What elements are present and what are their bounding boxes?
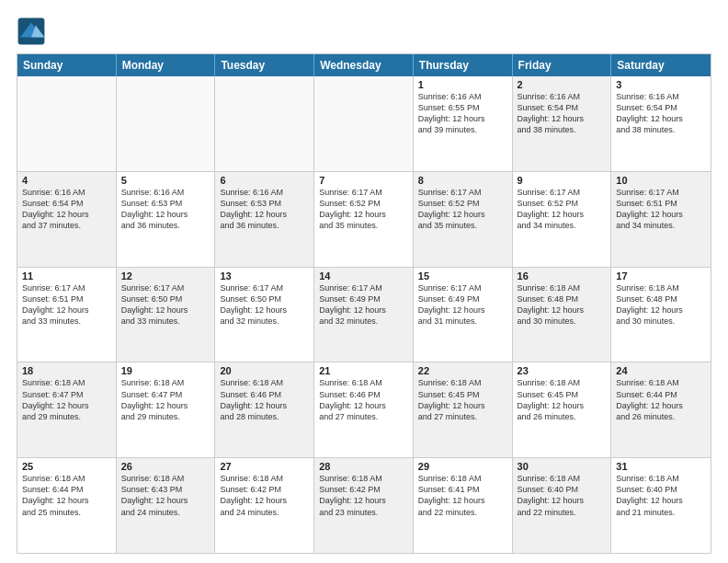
week-row-2: 4Sunrise: 6:16 AM Sunset: 6:54 PM Daylig… — [17, 172, 711, 268]
cell-info: Sunrise: 6:18 AM Sunset: 6:47 PM Dayligh… — [121, 377, 210, 422]
cal-cell: 16Sunrise: 6:18 AM Sunset: 6:48 PM Dayli… — [513, 268, 612, 362]
cal-cell: 21Sunrise: 6:18 AM Sunset: 6:46 PM Dayli… — [314, 362, 414, 457]
cal-cell: 4Sunrise: 6:16 AM Sunset: 6:54 PM Daylig… — [17, 172, 117, 267]
cal-cell — [117, 76, 216, 171]
cell-info: Sunrise: 6:18 AM Sunset: 6:44 PM Dayligh… — [22, 473, 111, 518]
day-number: 17 — [616, 270, 706, 282]
cell-info: Sunrise: 6:18 AM Sunset: 6:42 PM Dayligh… — [220, 473, 309, 518]
cal-cell: 23Sunrise: 6:18 AM Sunset: 6:45 PM Dayli… — [513, 362, 612, 457]
day-number: 5 — [121, 175, 210, 186]
cal-cell: 31Sunrise: 6:18 AM Sunset: 6:40 PM Dayli… — [611, 458, 711, 553]
cal-cell — [17, 76, 117, 171]
day-number: 20 — [220, 365, 309, 376]
day-number: 30 — [518, 461, 607, 472]
cell-info: Sunrise: 6:18 AM Sunset: 6:46 PM Dayligh… — [319, 377, 408, 422]
day-number: 16 — [518, 270, 607, 282]
cal-cell: 22Sunrise: 6:18 AM Sunset: 6:45 PM Dayli… — [414, 362, 513, 457]
cal-cell: 25Sunrise: 6:18 AM Sunset: 6:44 PM Dayli… — [17, 458, 117, 553]
cal-cell: 15Sunrise: 6:17 AM Sunset: 6:49 PM Dayli… — [414, 268, 513, 362]
day-number: 23 — [518, 365, 607, 376]
day-number: 26 — [121, 461, 210, 472]
day-number: 25 — [22, 461, 111, 472]
week-row-4: 18Sunrise: 6:18 AM Sunset: 6:47 PM Dayli… — [17, 362, 711, 458]
cal-cell: 12Sunrise: 6:17 AM Sunset: 6:50 PM Dayli… — [117, 268, 216, 362]
cal-cell: 29Sunrise: 6:18 AM Sunset: 6:41 PM Dayli… — [414, 458, 513, 553]
week-row-3: 11Sunrise: 6:17 AM Sunset: 6:51 PM Dayli… — [17, 268, 711, 363]
cal-cell — [215, 76, 314, 171]
header — [17, 17, 711, 46]
week-row-1: 1Sunrise: 6:16 AM Sunset: 6:55 PM Daylig… — [17, 76, 711, 172]
day-number: 9 — [518, 175, 607, 186]
cal-cell: 14Sunrise: 6:17 AM Sunset: 6:49 PM Dayli… — [314, 268, 414, 362]
cell-info: Sunrise: 6:18 AM Sunset: 6:47 PM Dayligh… — [22, 377, 111, 422]
logo — [17, 17, 50, 46]
day-number: 31 — [616, 461, 706, 472]
cell-info: Sunrise: 6:18 AM Sunset: 6:44 PM Dayligh… — [616, 377, 706, 422]
cell-info: Sunrise: 6:18 AM Sunset: 6:42 PM Dayligh… — [319, 473, 408, 518]
day-number: 6 — [220, 175, 309, 186]
cal-cell: 17Sunrise: 6:18 AM Sunset: 6:48 PM Dayli… — [611, 268, 711, 362]
week-row-5: 25Sunrise: 6:18 AM Sunset: 6:44 PM Dayli… — [17, 458, 711, 553]
day-header-sunday: Sunday — [17, 54, 117, 76]
cal-cell: 10Sunrise: 6:17 AM Sunset: 6:51 PM Dayli… — [611, 172, 711, 267]
day-number: 10 — [616, 175, 706, 186]
day-number: 24 — [616, 365, 706, 376]
day-number: 4 — [22, 175, 111, 186]
cal-cell: 18Sunrise: 6:18 AM Sunset: 6:47 PM Dayli… — [17, 362, 117, 457]
day-number: 28 — [319, 461, 408, 472]
day-number: 2 — [518, 79, 607, 90]
cal-cell: 9Sunrise: 6:17 AM Sunset: 6:52 PM Daylig… — [513, 172, 612, 267]
cal-cell: 30Sunrise: 6:18 AM Sunset: 6:40 PM Dayli… — [513, 458, 612, 553]
cell-info: Sunrise: 6:18 AM Sunset: 6:43 PM Dayligh… — [121, 473, 210, 518]
cell-info: Sunrise: 6:18 AM Sunset: 6:40 PM Dayligh… — [616, 473, 706, 518]
cell-info: Sunrise: 6:18 AM Sunset: 6:48 PM Dayligh… — [518, 282, 607, 327]
day-number: 11 — [22, 270, 111, 282]
cell-info: Sunrise: 6:18 AM Sunset: 6:41 PM Dayligh… — [418, 473, 507, 518]
cal-cell: 2Sunrise: 6:16 AM Sunset: 6:54 PM Daylig… — [513, 76, 612, 171]
cell-info: Sunrise: 6:17 AM Sunset: 6:51 PM Dayligh… — [616, 187, 706, 232]
day-number: 29 — [418, 461, 507, 472]
cell-info: Sunrise: 6:18 AM Sunset: 6:45 PM Dayligh… — [418, 377, 507, 422]
cell-info: Sunrise: 6:16 AM Sunset: 6:53 PM Dayligh… — [220, 187, 309, 232]
cal-cell: 3Sunrise: 6:16 AM Sunset: 6:54 PM Daylig… — [611, 76, 711, 171]
calendar-body: 1Sunrise: 6:16 AM Sunset: 6:55 PM Daylig… — [17, 76, 711, 553]
cell-info: Sunrise: 6:17 AM Sunset: 6:52 PM Dayligh… — [418, 187, 507, 232]
calendar: SundayMondayTuesdayWednesdayThursdayFrid… — [17, 53, 711, 554]
cal-cell: 13Sunrise: 6:17 AM Sunset: 6:50 PM Dayli… — [215, 268, 314, 362]
cell-info: Sunrise: 6:18 AM Sunset: 6:40 PM Dayligh… — [518, 473, 607, 518]
cell-info: Sunrise: 6:17 AM Sunset: 6:49 PM Dayligh… — [418, 282, 507, 327]
cell-info: Sunrise: 6:16 AM Sunset: 6:54 PM Dayligh… — [616, 91, 706, 136]
day-header-saturday: Saturday — [611, 54, 711, 76]
cal-cell: 11Sunrise: 6:17 AM Sunset: 6:51 PM Dayli… — [17, 268, 117, 362]
cal-cell: 20Sunrise: 6:18 AM Sunset: 6:46 PM Dayli… — [215, 362, 314, 457]
cell-info: Sunrise: 6:17 AM Sunset: 6:50 PM Dayligh… — [220, 282, 309, 327]
cal-cell: 28Sunrise: 6:18 AM Sunset: 6:42 PM Dayli… — [314, 458, 414, 553]
day-number: 3 — [616, 79, 706, 90]
day-number: 12 — [121, 270, 210, 282]
page: SundayMondayTuesdayWednesdayThursdayFrid… — [0, 0, 728, 563]
cell-info: Sunrise: 6:16 AM Sunset: 6:54 PM Dayligh… — [518, 91, 607, 136]
day-number: 18 — [22, 365, 111, 376]
day-number: 13 — [220, 270, 309, 282]
cal-cell: 8Sunrise: 6:17 AM Sunset: 6:52 PM Daylig… — [414, 172, 513, 267]
cell-info: Sunrise: 6:17 AM Sunset: 6:52 PM Dayligh… — [319, 187, 408, 232]
cal-cell: 27Sunrise: 6:18 AM Sunset: 6:42 PM Dayli… — [215, 458, 314, 553]
cal-cell: 19Sunrise: 6:18 AM Sunset: 6:47 PM Dayli… — [117, 362, 216, 457]
day-number: 21 — [319, 365, 408, 376]
day-number: 15 — [418, 270, 507, 282]
day-header-tuesday: Tuesday — [215, 54, 314, 76]
day-number: 27 — [220, 461, 309, 472]
cell-info: Sunrise: 6:17 AM Sunset: 6:49 PM Dayligh… — [319, 282, 408, 327]
cell-info: Sunrise: 6:17 AM Sunset: 6:51 PM Dayligh… — [22, 282, 111, 327]
day-header-monday: Monday — [117, 54, 216, 76]
cell-info: Sunrise: 6:16 AM Sunset: 6:53 PM Dayligh… — [121, 187, 210, 232]
cell-info: Sunrise: 6:18 AM Sunset: 6:45 PM Dayligh… — [518, 377, 607, 422]
cal-cell: 5Sunrise: 6:16 AM Sunset: 6:53 PM Daylig… — [117, 172, 216, 267]
day-header-wednesday: Wednesday — [314, 54, 414, 76]
cell-info: Sunrise: 6:16 AM Sunset: 6:55 PM Dayligh… — [418, 91, 507, 136]
day-header-friday: Friday — [513, 54, 612, 76]
calendar-header: SundayMondayTuesdayWednesdayThursdayFrid… — [17, 54, 711, 76]
cal-cell: 7Sunrise: 6:17 AM Sunset: 6:52 PM Daylig… — [314, 172, 414, 267]
cal-cell: 26Sunrise: 6:18 AM Sunset: 6:43 PM Dayli… — [117, 458, 216, 553]
cell-info: Sunrise: 6:17 AM Sunset: 6:50 PM Dayligh… — [121, 282, 210, 327]
